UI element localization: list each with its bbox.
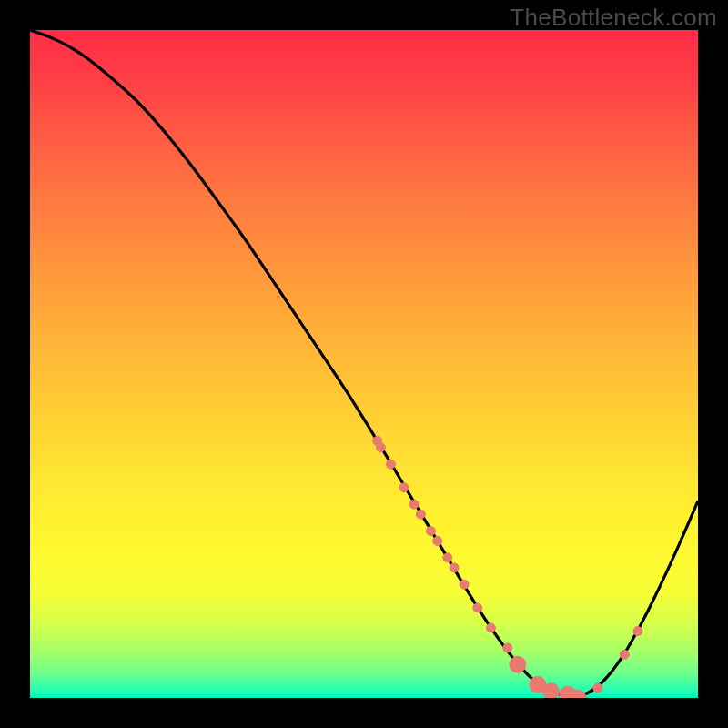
watermark-label: TheBottleneck.com bbox=[510, 4, 717, 32]
curve-marker bbox=[510, 656, 526, 672]
curve-marker bbox=[386, 460, 395, 469]
curve-marker bbox=[443, 553, 452, 562]
curve-line bbox=[30, 30, 698, 697]
curve-marker bbox=[543, 683, 560, 698]
curve-marker bbox=[410, 500, 419, 509]
curve-marker bbox=[416, 510, 425, 519]
curve-marker bbox=[399, 483, 409, 492]
marker-group bbox=[373, 436, 642, 698]
figure-root: TheBottleneck.com bbox=[0, 0, 728, 728]
curve-marker bbox=[433, 537, 442, 546]
curve-marker bbox=[633, 627, 642, 636]
curve-marker bbox=[450, 563, 459, 572]
curve-marker bbox=[593, 683, 602, 693]
plot-area bbox=[30, 30, 698, 698]
curve-marker bbox=[376, 443, 385, 452]
curve-marker bbox=[473, 603, 482, 612]
curve-marker bbox=[426, 527, 435, 536]
curve-svg bbox=[30, 30, 698, 698]
curve-marker bbox=[486, 623, 495, 632]
curve-marker bbox=[620, 650, 629, 659]
curve-marker bbox=[503, 643, 512, 652]
curve-marker bbox=[460, 580, 469, 589]
